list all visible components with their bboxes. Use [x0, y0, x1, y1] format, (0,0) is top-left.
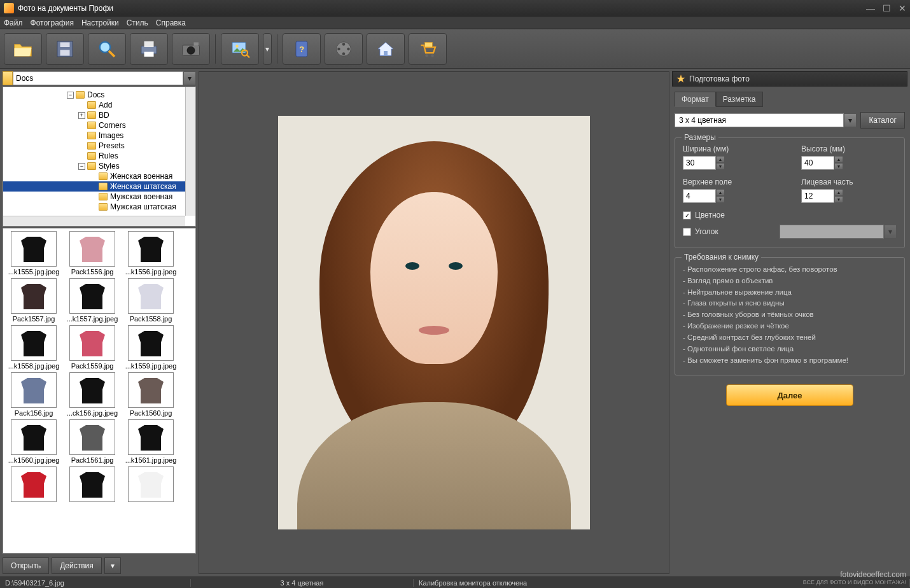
thumbnail-image	[128, 419, 174, 455]
print-icon[interactable]	[130, 33, 168, 65]
width-up[interactable]: ▲	[716, 156, 725, 163]
thumbnail-image	[11, 278, 57, 314]
tree-expander[interactable]: +	[78, 112, 85, 119]
right-panel-title: Подготовка фото	[689, 74, 750, 83]
cart-icon[interactable]	[409, 33, 447, 65]
tree-item[interactable]: +BD	[3, 110, 195, 120]
tab-format[interactable]: Формат	[675, 92, 716, 107]
image-detect-icon[interactable]	[221, 33, 259, 65]
image-detect-more-button[interactable]: ▾	[263, 33, 272, 65]
width-input[interactable]	[683, 156, 716, 170]
top-up[interactable]: ▲	[716, 189, 725, 196]
menu-style[interactable]: Стиль	[127, 18, 148, 27]
svg-point-23	[425, 54, 428, 57]
actions-dropdown-button[interactable]: ▾	[104, 557, 121, 574]
thumbnail[interactable]: Pack156.jpg	[6, 372, 62, 417]
tree-item[interactable]: Женская военная	[3, 171, 195, 181]
format-select-dropdown[interactable]: ▾	[844, 113, 857, 127]
minimize-button[interactable]: —	[866, 3, 875, 13]
folder-icon	[87, 132, 96, 139]
tree-item[interactable]: Images	[3, 130, 195, 141]
help-book-icon[interactable]: ?	[283, 33, 321, 65]
tree-item[interactable]: Женская штатская	[3, 181, 195, 192]
tree-expander[interactable]: −	[78, 163, 85, 170]
thumbnail[interactable]: ...k1556.jpg.jpeg	[123, 231, 179, 276]
tree-expander[interactable]: −	[67, 92, 74, 99]
thumbnail[interactable]: ...k1558.jpg.jpeg	[6, 325, 62, 370]
camera-icon[interactable]	[172, 33, 210, 65]
height-up[interactable]: ▲	[834, 156, 843, 163]
thumbnail-image	[128, 325, 174, 361]
tree-item[interactable]: −Styles	[3, 161, 195, 171]
menu-file[interactable]: Файл	[4, 18, 23, 27]
menu-help[interactable]: Справка	[156, 18, 186, 27]
maximize-button[interactable]: ☐	[883, 3, 891, 13]
save-icon[interactable]	[46, 33, 84, 65]
thumbnail[interactable]: Pack1559.jpg	[64, 325, 120, 370]
status-calibration: Калибровка монитора отключена	[414, 579, 910, 587]
thumbnail[interactable]	[64, 466, 120, 503]
thumbnail[interactable]	[6, 466, 62, 503]
thumbnail[interactable]: Pack1556.jpg	[64, 231, 120, 276]
svg-line-4	[109, 51, 115, 57]
open-button[interactable]: Открыть	[3, 557, 49, 574]
thumbnail[interactable]: Pack1561.jpg	[64, 419, 120, 464]
tree-item[interactable]: Corners	[3, 120, 195, 130]
thumbnail[interactable]: ...k1560.jpg.jpeg	[6, 419, 62, 464]
actions-button[interactable]: Действия	[52, 557, 102, 574]
thumbnails-panel[interactable]: ...k1555.jpg.jpegPack1556.jpg...k1556.jp…	[3, 228, 196, 554]
close-button[interactable]: ✕	[899, 3, 906, 13]
thumbnail[interactable]: Pack1560.jpg	[123, 372, 179, 417]
folder-icon	[87, 111, 96, 119]
menu-photo[interactable]: Фотография	[31, 18, 74, 27]
folder-open-icon[interactable]	[4, 33, 42, 65]
tree-item[interactable]: −Docs	[3, 90, 195, 100]
thumbnail[interactable]: ...k1555.jpg.jpeg	[6, 231, 62, 276]
thumbnail[interactable]: ...k1559.jpg.jpeg	[123, 325, 179, 370]
format-select[interactable]	[675, 113, 844, 127]
thumbnail-image	[69, 278, 115, 314]
tree-label: Presets	[99, 141, 125, 150]
tree-item[interactable]: Rules	[3, 151, 195, 161]
tab-layout[interactable]: Разметка	[716, 92, 763, 107]
thumbnail[interactable]: ...k1561.jpg.jpeg	[123, 419, 179, 464]
color-checkbox[interactable]: ✓	[683, 211, 691, 220]
path-input[interactable]	[13, 71, 183, 85]
face-down[interactable]: ▼	[834, 196, 843, 203]
thumbnail-image	[11, 466, 57, 502]
tree-item[interactable]: Presets	[3, 141, 195, 151]
height-input[interactable]	[801, 156, 834, 170]
next-button[interactable]: Далее	[726, 384, 853, 406]
catalog-button[interactable]: Каталог	[860, 112, 905, 129]
top-down[interactable]: ▼	[716, 196, 725, 203]
video-reel-icon[interactable]	[325, 33, 363, 65]
thumbnail[interactable]	[123, 466, 179, 503]
height-down[interactable]: ▼	[834, 163, 843, 170]
top-margin-input[interactable]	[683, 189, 716, 203]
tree-item[interactable]: Add	[3, 100, 195, 110]
thumbnail[interactable]: ...ck156.jpg.jpeg	[64, 372, 120, 417]
path-dropdown-button[interactable]: ▾	[183, 71, 196, 85]
height-label: Высота (мм)	[801, 144, 897, 153]
face-up[interactable]: ▲	[834, 189, 843, 196]
requirement-item: Вы сможете заменить фон прямо в программ…	[683, 355, 897, 367]
menu-settings[interactable]: Настройки	[81, 18, 119, 27]
home-icon[interactable]	[367, 33, 405, 65]
tree-scrollbar-v[interactable]	[185, 87, 195, 216]
folder-tree[interactable]: −DocsAdd+BDCornersImagesPresetsRules−Sty…	[3, 87, 196, 227]
thumbnail[interactable]: ...k1557.jpg.jpeg	[64, 278, 120, 323]
tree-scrollbar-h[interactable]	[3, 216, 185, 226]
tree-item[interactable]: Мужская штатская	[3, 202, 195, 212]
face-part-input[interactable]	[801, 189, 834, 203]
zoom-icon[interactable]	[88, 33, 126, 65]
folder-icon	[3, 71, 13, 85]
tree-label: Corners	[99, 121, 126, 130]
thumbnail[interactable]: Pack1558.jpg	[123, 278, 179, 323]
thumbnail[interactable]: Pack1557.jpg	[6, 278, 62, 323]
corner-checkbox[interactable]	[683, 228, 691, 236]
width-down[interactable]: ▼	[716, 163, 725, 170]
svg-rect-6	[144, 41, 154, 47]
thumbnail-image	[69, 325, 115, 361]
tree-item[interactable]: Мужская военная	[3, 192, 195, 202]
folder-icon	[99, 193, 108, 200]
